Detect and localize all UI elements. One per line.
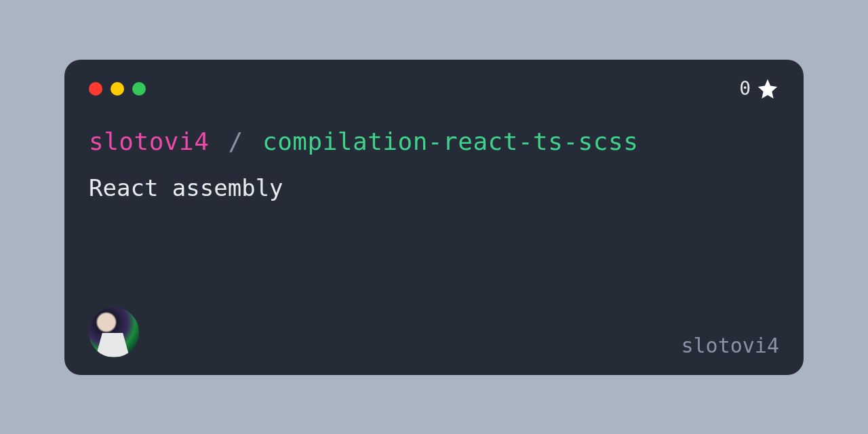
traffic-lights [89,82,146,96]
path-separator: / [229,127,243,155]
minimize-icon[interactable] [111,82,124,96]
avatar[interactable] [89,307,139,357]
repo-card: 0 slotovi4 / compilation-react-ts-scss R… [64,60,804,375]
star-icon[interactable] [756,77,779,100]
repo-path: slotovi4 / compilation-react-ts-scss [89,127,779,155]
repo-owner[interactable]: slotovi4 [89,127,209,155]
username[interactable]: slotovi4 [682,334,780,357]
repo-description: React assembly [89,174,779,201]
maximize-icon[interactable] [132,82,146,96]
star-count: 0 [739,77,751,100]
card-footer: slotovi4 [89,307,779,357]
titlebar: 0 [89,79,779,99]
star-count-group: 0 [739,77,779,100]
close-icon[interactable] [89,82,102,96]
repo-name[interactable]: compilation-react-ts-scss [262,127,638,155]
